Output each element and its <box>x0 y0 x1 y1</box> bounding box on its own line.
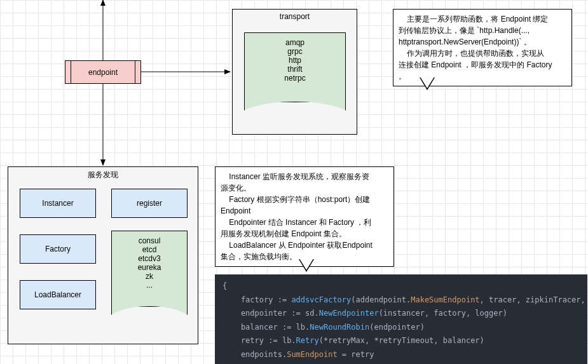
transport-container: transport amqp grpc http thrift netrpc <box>232 9 357 135</box>
transport-title: transport <box>233 10 357 24</box>
instancer-box: Instancer <box>20 189 96 218</box>
callout-tail-1 <box>420 78 435 90</box>
impl-item: etcdv3 <box>112 254 187 263</box>
endpoint-label: endpoint <box>88 68 118 77</box>
discovery-title: 服务发现 <box>8 167 198 183</box>
register-box: register <box>111 189 188 218</box>
impl-item: zk <box>112 272 187 281</box>
callout-tail-2 <box>299 259 314 272</box>
transport-impl-box: amqp grpc http thrift netrpc <box>244 32 346 121</box>
impl-item: consul <box>112 236 187 245</box>
callout-transport: 主要是一系列帮助函数，将 Endpoint 绑定 到传输层协议上，像是 `htt… <box>393 9 572 86</box>
transport-item: http <box>245 56 345 65</box>
discovery-impl-box: consul etcd etcdv3 eureka zk ... <box>111 231 188 326</box>
transport-item: netrpc <box>245 74 345 83</box>
transport-item: thrift <box>245 65 345 74</box>
callout-discovery: Instancer 监听服务发现系统，观察服务资 源变化。 Factory 根据… <box>215 166 394 267</box>
factory-box: Factory <box>20 234 96 264</box>
impl-item: eureka <box>112 263 187 272</box>
transport-item: grpc <box>245 47 345 56</box>
loadbalancer-box: LoadBalancer <box>20 280 96 309</box>
impl-item: ... <box>112 281 187 290</box>
impl-item: etcd <box>112 245 187 254</box>
transport-item: amqp <box>245 38 345 47</box>
discovery-container: 服务发现 Instancer Factory LoadBalancer regi… <box>8 166 198 344</box>
code-block: { factory := addsvcFactory(addendpoint.M… <box>215 274 587 364</box>
endpoint-box: endpoint <box>65 60 141 84</box>
